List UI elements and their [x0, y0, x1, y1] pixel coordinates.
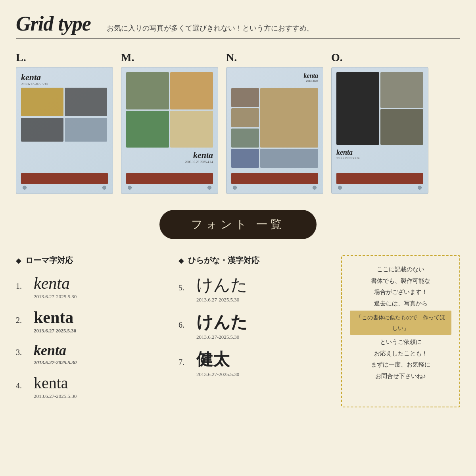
- card-n-p2: [260, 88, 318, 148]
- card-n-plate: [231, 173, 318, 190]
- card-m-petname: kenta: [126, 150, 213, 160]
- card-m-dates: 2009.10.23-2025.4.14: [126, 160, 213, 164]
- header-subtitle: お気に入りの写真が多くて選びきれない！という方におすすめ。: [107, 23, 314, 33]
- font-1-sample: kenta: [34, 274, 70, 293]
- font-6-header: 6. けんた: [178, 311, 333, 333]
- card-m-photos: [126, 72, 213, 148]
- note-line7: まずは一度、お気軽に: [371, 361, 430, 368]
- memorial-card-l: kenta 2013.6.27-2025.5.30: [16, 67, 113, 194]
- note-line2: 書体でも、製作可能な: [371, 277, 430, 284]
- font-3-header: 3. kenta: [16, 342, 171, 359]
- font-button-container: フォント 一覧: [16, 210, 460, 239]
- card-n-petname: kenta: [304, 72, 318, 79]
- font-4-sample: kenta: [34, 374, 68, 392]
- card-n-p5: [231, 149, 259, 168]
- card-l-photo-2: [65, 88, 107, 116]
- screw-right: [313, 186, 317, 190]
- font-5-sample: けんた: [196, 274, 248, 296]
- card-o-p2: [380, 72, 423, 108]
- screw-right: [207, 186, 211, 190]
- card-wrapper-m: M. kenta 2009.10.23-2025.4.14: [121, 51, 218, 194]
- note-line1: ここに記載のない: [377, 266, 424, 273]
- roman-title: ローマ字対応: [25, 255, 73, 266]
- note-box: ここに記載のない 書体でも、製作可能な 場合がございます！ 過去には、写真から …: [341, 255, 460, 407]
- screw-left: [338, 186, 342, 190]
- screw-left: [128, 186, 132, 190]
- card-n-p4: [231, 129, 259, 148]
- font-item-1: 1. kenta 2013.6.27-2025.5.30: [16, 274, 171, 300]
- screw-right: [102, 186, 106, 190]
- card-n-plate-bar: [231, 173, 318, 184]
- card-o-petname: kenta: [336, 148, 423, 157]
- card-o-plate: [336, 173, 423, 190]
- note-highlight: 「この書体に似たもので 作ってほしい」: [350, 311, 451, 335]
- card-l-photos: [21, 88, 108, 142]
- card-l-petname: kenta: [21, 72, 108, 83]
- card-label-m: M.: [121, 51, 134, 64]
- card-o-p1: [336, 72, 379, 145]
- card-wrapper-o: O. kenta 2013.6.27-2025.5.30: [331, 51, 428, 194]
- note-line6: お応えしたことも！: [374, 350, 428, 357]
- card-o-p3: [380, 109, 423, 145]
- card-n-p3: [231, 108, 259, 127]
- roman-header: ◆ ローマ字対応: [16, 255, 171, 266]
- card-l-plate-bar: [21, 173, 108, 184]
- font-item-3: 3. kenta 2013.6.27-2025.5.30: [16, 342, 171, 366]
- screw-left: [23, 186, 27, 190]
- note-line5: というご依頼に: [380, 338, 422, 345]
- font-4-header: 4. kenta: [16, 374, 171, 392]
- header-section: Grid type お気に入りの写真が多くて選びきれない！という方におすすめ。: [16, 12, 460, 39]
- font-item-5: 5. けんた 2013.6.27-2025.5.30: [178, 274, 333, 303]
- font-4-date: 2013.6.27-2025.5.30: [34, 393, 171, 399]
- font-7-header: 7. 健太: [178, 348, 333, 370]
- page-container: Grid type お気に入りの写真が多くて選びきれない！という方におすすめ。 …: [0, 0, 476, 476]
- card-m-screws: [126, 186, 213, 190]
- font-5-header: 5. けんた: [178, 274, 333, 296]
- font-3-date: 2013.6.27-2025.5.30: [34, 359, 171, 366]
- card-o-plate-bar: [336, 173, 423, 184]
- screw-right: [418, 186, 422, 190]
- font-2-number: 2.: [16, 316, 26, 325]
- japanese-font-column: ◆ ひらがな・漢字対応 5. けんた 2013.6.27-2025.5.30 6…: [178, 255, 333, 407]
- card-o-name: kenta 2013.6.27-2025.5.30: [336, 148, 423, 160]
- card-l-name: kenta 2013.6.27-2025.5.30: [21, 72, 108, 86]
- card-n-screws: [231, 186, 318, 190]
- screw-left: [233, 186, 237, 190]
- memorial-card-m: kenta 2009.10.23-2025.4.14: [121, 67, 218, 194]
- font-2-header: 2. kenta: [16, 308, 171, 327]
- page-title: Grid type: [16, 12, 91, 35]
- card-l-plate: [21, 173, 108, 190]
- font-3-sample: kenta: [34, 342, 66, 359]
- card-l-photo-3: [21, 118, 63, 142]
- font-7-date: 2013.6.27-2025.5.30: [196, 371, 333, 378]
- card-wrapper-n: N. kenta 2013-2025: [226, 51, 323, 194]
- memorial-card-o: kenta 2013.6.27-2025.5.30: [331, 67, 428, 194]
- font-5-date: 2013.6.27-2025.5.30: [196, 297, 333, 303]
- card-l-photo-row-bot: [21, 118, 108, 142]
- card-n-photos: [231, 88, 318, 167]
- font-6-number: 6.: [178, 321, 188, 330]
- font-7-number: 7.: [178, 358, 188, 367]
- card-l-photo-4: [65, 118, 107, 142]
- note-line8: お問合せ下さいね♪: [375, 372, 426, 379]
- card-n-p1: [231, 88, 259, 107]
- font-list-button[interactable]: フォント 一覧: [159, 210, 317, 239]
- card-l-screws: [21, 186, 108, 190]
- font-section: ◆ ローマ字対応 1. kenta 2013.6.27-2025.5.30 2.…: [16, 255, 460, 407]
- font-1-date: 2013.6.27-2025.5.30: [34, 294, 171, 300]
- font-2-sample: kenta: [34, 308, 73, 327]
- card-o-dates: 2013.6.27-2025.5.30: [336, 157, 423, 160]
- card-o-screws: [336, 186, 423, 190]
- card-m-photo-4: [170, 111, 213, 148]
- card-wrapper-l: L. kenta 2013.6.27-2025.5.30: [16, 51, 113, 194]
- font-item-2: 2. kenta 2013.6.27 2025.5.30: [16, 308, 171, 334]
- card-m-photo-2: [170, 72, 213, 109]
- card-m-name: kenta 2009.10.23-2025.4.14: [126, 150, 213, 164]
- card-label-l: L.: [16, 51, 26, 64]
- font-5-number: 5.: [178, 283, 188, 292]
- font-3-number: 3.: [16, 348, 26, 357]
- card-m-photo-1: [126, 72, 169, 109]
- card-n-p6: [260, 149, 318, 168]
- card-l-photo-row-top: [21, 88, 108, 116]
- card-l-photo-1: [21, 88, 63, 116]
